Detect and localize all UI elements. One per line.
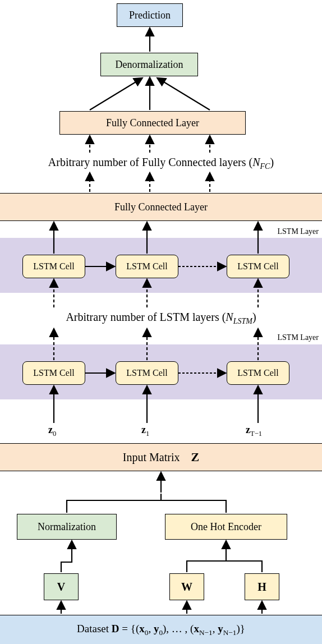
denormalization-box: Denormalization bbox=[100, 53, 198, 76]
fc-layer-top-label: Fully Connected Layer bbox=[106, 117, 199, 129]
prediction-label: Prediction bbox=[129, 10, 171, 21]
lstm-cell-1-1: LSTM Cell bbox=[22, 255, 85, 278]
denormalization-label: Denormalization bbox=[116, 59, 183, 71]
dataset-label: Dataset D = {(x0, y0), … , (xN−1, yN−1)} bbox=[77, 623, 245, 637]
h-box: H bbox=[245, 573, 279, 600]
v-box: V bbox=[44, 573, 79, 600]
fc-count-annotation: Arbitrary number of Fully Connected laye… bbox=[11, 156, 311, 171]
normalization-box: Normalization bbox=[17, 514, 117, 540]
input-matrix-box: Input Matrix Z bbox=[0, 443, 322, 471]
fc-layer-bottom: Fully Connected Layer bbox=[0, 193, 322, 221]
prediction-box: Prediction bbox=[117, 3, 183, 27]
lstm-cell-2-3: LSTM Cell bbox=[227, 361, 289, 385]
zT-label: zT−1 bbox=[246, 424, 262, 438]
one-hot-encoder-box: One Hot Encoder bbox=[165, 514, 287, 540]
svg-line-1 bbox=[90, 79, 141, 110]
lstm-layer-label-1: LSTM Layer bbox=[278, 227, 319, 236]
fc-layer-bottom-label: Fully Connected Layer bbox=[114, 201, 208, 213]
lstm-layer-label-2: LSTM Layer bbox=[278, 333, 319, 342]
w-box: W bbox=[169, 573, 204, 600]
lstm-cell-2-2: LSTM Cell bbox=[116, 361, 178, 385]
lstm-cell-1-3: LSTM Cell bbox=[227, 255, 289, 278]
z0-label: z0 bbox=[48, 424, 56, 438]
svg-line-3 bbox=[158, 79, 210, 110]
lstm-cell-1-2: LSTM Cell bbox=[116, 255, 178, 278]
lstm-cell-2-1: LSTM Cell bbox=[22, 361, 85, 385]
fc-layer-top: Fully Connected Layer bbox=[59, 111, 246, 135]
z1-label: z1 bbox=[141, 424, 149, 438]
dataset-box: Dataset D = {(x0, y0), … , (xN−1, yN−1)} bbox=[0, 615, 322, 644]
lstm-count-annotation: Arbitrary number of LSTM layers (NLSTM) bbox=[11, 311, 311, 326]
